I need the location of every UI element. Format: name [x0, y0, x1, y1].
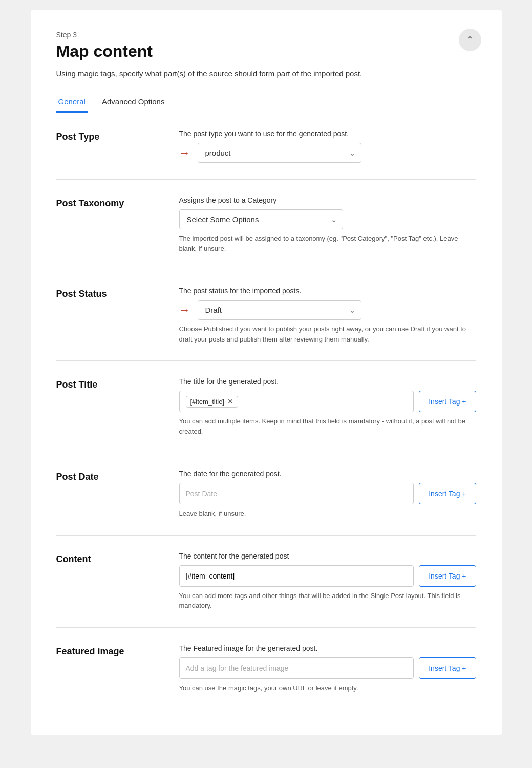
field-row-content: Content The content for the generated po…: [56, 536, 476, 628]
post-type-description: The post type you want to use for the ge…: [179, 130, 476, 138]
post-taxonomy-hint: The imported post will be assigned to a …: [179, 233, 476, 253]
content-tag-value: [#item_content]: [186, 572, 235, 580]
post-type-select[interactable]: product post page: [198, 143, 361, 163]
post-date-description: The date for the generated post.: [179, 470, 476, 478]
content-input-row: [#item_content] Insert Tag +: [179, 565, 476, 587]
field-content-date: The date for the generated post. Post Da…: [179, 470, 476, 519]
post-taxonomy-description: Assigns the post to a Category: [179, 196, 476, 204]
featured-image-label: Featured image: [56, 646, 169, 657]
post-status-select[interactable]: Draft Published Pending Private: [198, 300, 361, 320]
content-input[interactable]: [#item_content]: [179, 565, 414, 587]
post-taxonomy-select-wrapper: Select Some Options ⌄: [179, 209, 343, 229]
post-date-hint: Leave blank, if unsure.: [179, 508, 476, 519]
step-label: Step 3: [56, 31, 476, 39]
post-title-insert-tag-button[interactable]: Insert Tag +: [419, 391, 476, 412]
field-row-post-taxonomy: Post Taxonomy Assigns the post to a Cate…: [56, 180, 476, 270]
tab-advanced[interactable]: Advanced Options: [100, 92, 167, 113]
post-title-input-row: [#item_title] ✕ Insert Tag +: [179, 391, 476, 412]
post-date-insert-tag-button[interactable]: Insert Tag +: [419, 483, 476, 504]
field-content-taxonomy: Assigns the post to a Category Select So…: [179, 196, 476, 253]
field-label-col-content: Content: [56, 552, 169, 565]
content-insert-tag-button[interactable]: Insert Tag +: [419, 565, 476, 587]
page-title: Map content: [56, 42, 476, 61]
field-row-post-title: Post Title The title for the generated p…: [56, 361, 476, 453]
post-title-hint: You can add multiple items. Keep in mind…: [179, 416, 476, 436]
collapse-button[interactable]: ⌃: [459, 29, 481, 51]
post-title-label: Post Title: [56, 379, 169, 390]
post-status-label: Post Status: [56, 289, 169, 300]
featured-image-description: The Featured image for the generated pos…: [179, 644, 476, 652]
field-row-featured-image: Featured image The Featured image for th…: [56, 628, 476, 710]
field-label-col-status: Post Status: [56, 287, 169, 300]
post-status-select-wrapper: Draft Published Pending Private ⌄: [198, 300, 361, 320]
field-content-status: The post status for the imported posts. …: [179, 287, 476, 344]
field-row-post-status: Post Status The post status for the impo…: [56, 270, 476, 361]
field-content-featured: The Featured image for the generated pos…: [179, 644, 476, 693]
field-label-col-featured: Featured image: [56, 644, 169, 657]
featured-image-input[interactable]: Add a tag for the featured image: [179, 657, 414, 679]
featured-image-placeholder: Add a tag for the featured image: [186, 664, 289, 672]
post-title-input[interactable]: [#item_title] ✕: [179, 391, 414, 412]
field-content-title: The title for the generated post. [#item…: [179, 377, 476, 436]
post-type-arrow-icon: →: [179, 146, 190, 160]
post-taxonomy-label: Post Taxonomy: [56, 198, 169, 209]
tab-general[interactable]: General: [56, 92, 88, 113]
content-description: The content for the generated post: [179, 552, 476, 560]
field-label-col-post-type: Post Type: [56, 130, 169, 142]
post-status-arrow-row: → Draft Published Pending Private ⌄: [179, 300, 476, 320]
field-label-col-title: Post Title: [56, 377, 169, 390]
field-label-col-date: Post Date: [56, 470, 169, 482]
field-row-post-type: Post Type The post type you want to use …: [56, 113, 476, 180]
post-date-input-row: Post Date Insert Tag +: [179, 483, 476, 504]
field-content-post-type: The post type you want to use for the ge…: [179, 130, 476, 163]
field-row-post-date: Post Date The date for the generated pos…: [56, 453, 476, 536]
post-status-arrow-icon: →: [179, 304, 190, 317]
post-title-tag-value: [#item_title]: [190, 398, 224, 406]
content-label: Content: [56, 554, 169, 565]
post-type-select-wrapper: product post page ⌄: [198, 143, 361, 163]
field-content-content: The content for the generated post [#ite…: [179, 552, 476, 611]
post-type-arrow-row: → product post page ⌄: [179, 143, 476, 163]
post-date-label: Post Date: [56, 472, 169, 482]
post-date-placeholder: Post Date: [186, 489, 217, 498]
field-label-col-taxonomy: Post Taxonomy: [56, 196, 169, 209]
post-date-input[interactable]: Post Date: [179, 483, 414, 504]
content-hint: You can add more tags and other things t…: [179, 591, 476, 611]
post-title-tag-close[interactable]: ✕: [227, 398, 233, 405]
map-content-card: ⌃ Step 3 Map content Using magic tags, s…: [31, 10, 502, 735]
tabs-container: General Advanced Options: [56, 92, 476, 113]
post-taxonomy-select[interactable]: Select Some Options: [179, 209, 343, 229]
page-description: Using magic tags, specify what part(s) o…: [56, 69, 476, 78]
featured-image-input-row: Add a tag for the featured image Insert …: [179, 657, 476, 679]
post-status-description: The post status for the imported posts.: [179, 287, 476, 295]
post-title-tag-chip: [#item_title] ✕: [186, 396, 238, 408]
post-status-hint: Choose Published if you want to publish …: [179, 324, 476, 344]
post-title-description: The title for the generated post.: [179, 377, 476, 386]
featured-image-hint: You can use the magic tags, your own URL…: [179, 683, 476, 693]
featured-image-insert-tag-button[interactable]: Insert Tag +: [419, 657, 476, 679]
post-type-label: Post Type: [56, 132, 169, 142]
